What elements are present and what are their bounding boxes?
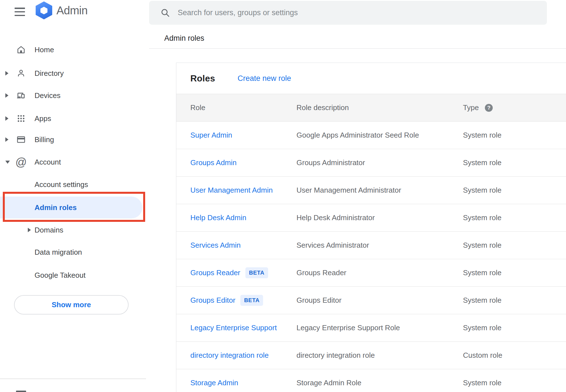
admin-logo[interactable]: Admin <box>36 1 88 20</box>
card-icon <box>16 134 26 145</box>
role-link[interactable]: Groups Editor <box>190 296 235 305</box>
sidebar-item-data-migration[interactable]: Data migration <box>0 241 146 263</box>
create-new-role-link[interactable]: Create new role <box>238 74 291 83</box>
column-header-role-description: Role description <box>296 103 463 112</box>
expand-caret-icon[interactable] <box>5 71 8 76</box>
role-type-cell: System role <box>463 379 566 387</box>
hamburger-menu-icon[interactable] <box>15 8 25 16</box>
header-divider <box>149 48 566 49</box>
role-type-cell: System role <box>463 213 566 222</box>
table-row: Groups Editor BETA Groups Editor System … <box>176 287 566 314</box>
home-icon <box>16 44 26 55</box>
expand-caret-icon[interactable] <box>5 137 8 142</box>
role-link[interactable]: Groups Reader <box>190 268 240 277</box>
role-link[interactable]: Groups Admin <box>190 158 237 167</box>
roles-card: Roles Create new role Role Role descript… <box>176 63 566 392</box>
breadcrumb: Admin roles <box>164 34 204 43</box>
sidebar-item-admin-roles-selected[interactable]: Admin roles <box>0 197 142 218</box>
role-link[interactable]: Help Desk Admin <box>190 213 246 222</box>
role-link[interactable]: directory integration role <box>190 351 269 360</box>
sidebar-item-account-settings[interactable]: Account settings <box>0 173 146 196</box>
sidebar-item-account[interactable]: @ Account <box>0 151 146 173</box>
expand-caret-icon[interactable] <box>28 228 31 232</box>
role-description-cell: Groups Administrator <box>296 158 463 167</box>
role-type-cell: Custom role <box>463 351 566 360</box>
role-type-cell: System role <box>463 241 566 250</box>
roles-table-body: Super Admin Google Apps Administrator Se… <box>176 122 566 392</box>
expand-caret-icon[interactable] <box>5 93 8 98</box>
sidebar-item-home[interactable]: Home <box>0 38 146 61</box>
table-row: Groups Reader BETA Groups Reader System … <box>176 259 566 287</box>
devices-icon <box>16 90 26 101</box>
sidebar-bottom-divider <box>0 379 146 379</box>
sidebar-item-directory[interactable]: Directory <box>0 62 146 85</box>
card-title: Roles <box>190 73 215 84</box>
admin-console-screen: Admin Admin roles Home Dir <box>0 0 566 392</box>
role-link[interactable]: Storage Admin <box>190 379 238 387</box>
sidebar-item-billing[interactable]: Billing <box>0 128 146 151</box>
column-header-type: Type <box>463 103 479 112</box>
role-description-cell: Storage Admin Role <box>296 379 463 387</box>
role-link[interactable]: Super Admin <box>190 131 232 140</box>
column-header-role: Role <box>190 103 296 112</box>
search-icon <box>160 8 170 18</box>
app-title: Admin <box>56 4 88 17</box>
role-type-cell: System role <box>463 158 566 167</box>
search-bar[interactable] <box>149 1 547 25</box>
role-description-cell: directory integration role <box>296 351 463 360</box>
clipped-sidebar-icon <box>16 391 26 392</box>
sidebar-item-domains[interactable]: Domains <box>0 219 146 241</box>
role-type-cell: System role <box>463 268 566 277</box>
help-icon[interactable]: ? <box>485 104 493 112</box>
role-description-cell: Help Desk Administrator <box>296 213 463 222</box>
role-type-cell: System role <box>463 186 566 195</box>
sidebar-item-apps[interactable]: Apps <box>0 107 146 130</box>
expand-caret-icon[interactable] <box>5 116 8 121</box>
table-row: Services Admin Services Administrator Sy… <box>176 232 566 259</box>
role-description-cell: Legacy Enterprise Support Role <box>296 323 463 332</box>
admin-hexagon-icon <box>36 1 52 19</box>
role-link[interactable]: User Management Admin <box>190 186 273 195</box>
sidebar-item-google-takeout[interactable]: Google Takeout <box>0 264 146 286</box>
role-type-cell: System role <box>463 131 566 140</box>
table-row: Groups Admin Groups Administrator System… <box>176 149 566 177</box>
table-row: Legacy Enterprise Support Legacy Enterpr… <box>176 314 566 342</box>
show-more-button[interactable]: Show more <box>14 295 129 314</box>
role-description-cell: Groups Editor <box>296 296 463 305</box>
table-row: directory integration role directory int… <box>176 342 566 369</box>
role-type-cell: System role <box>463 296 566 305</box>
beta-badge: BETA <box>240 295 263 306</box>
at-icon: @ <box>16 157 26 167</box>
roles-card-header: Roles Create new role <box>176 63 566 94</box>
role-description-cell: Google Apps Administrator Seed Role <box>296 131 463 140</box>
sidebar-item-devices[interactable]: Devices <box>0 84 146 107</box>
role-description-cell: Services Administrator <box>296 241 463 250</box>
collapse-caret-icon[interactable] <box>5 161 10 164</box>
role-link[interactable]: Services Admin <box>190 241 241 250</box>
role-description-cell: User Management Administrator <box>296 186 463 195</box>
role-link[interactable]: Legacy Enterprise Support <box>190 323 277 332</box>
role-description-cell: Groups Reader <box>296 268 463 277</box>
table-row: Super Admin Google Apps Administrator Se… <box>176 122 566 149</box>
person-icon <box>16 68 26 79</box>
beta-badge: BETA <box>245 267 268 278</box>
apps-grid-icon <box>16 113 26 124</box>
table-row: User Management Admin User Management Ad… <box>176 177 566 204</box>
table-row: Storage Admin Storage Admin Role System … <box>176 369 566 392</box>
table-header-row: Role Role description Type ? <box>176 94 566 122</box>
search-input[interactable] <box>178 8 547 17</box>
table-row: Help Desk Admin Help Desk Administrator … <box>176 204 566 232</box>
role-type-cell: System role <box>463 323 566 332</box>
